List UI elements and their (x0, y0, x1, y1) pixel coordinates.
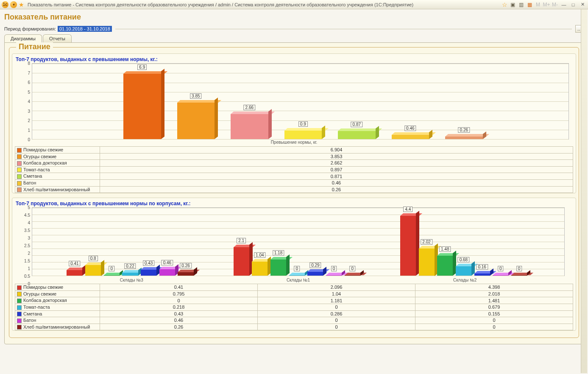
m-icon[interactable]: M (535, 1, 541, 8)
vertical-scrollbar[interactable] (581, 9, 587, 349)
bar: 0.29 (307, 272, 323, 276)
chart1-title: Топ-7 продуктов, выданных с превышением … (16, 56, 573, 62)
bar: 0.41 (67, 270, 82, 276)
bar: 0 (511, 275, 527, 276)
tab-diagrams[interactable]: Диаграммы (4, 34, 42, 42)
group-label: Склады №3 (120, 278, 143, 282)
bar: 0 (326, 275, 342, 276)
chart1-table: Помидоры свежие6.904Огурцы свежие3.853Ко… (15, 146, 573, 193)
favorites-icon[interactable]: ☆ (502, 1, 507, 8)
table-row: Колбаса докторская01.1811.481 (15, 297, 573, 304)
titlebar: 1c ▾ ★ Показатель питание - Система конт… (0, 0, 588, 9)
bar: 2.66 (231, 114, 268, 139)
chart1-plot-area: 6.93.852.660.90.870.460.26 (32, 63, 569, 140)
period-value[interactable]: 01.10.2018 - 31.10.2018 (58, 26, 112, 32)
bar: 0.8 (85, 265, 101, 276)
bar: 1.18 (270, 260, 286, 276)
bar: 0.46 (392, 135, 429, 139)
table-row: Томат-паста0.897 (15, 166, 573, 173)
bar: 0.16 (474, 274, 490, 276)
group-label: Склады №2 (453, 278, 477, 282)
window-title: Показатель питание - Система контроля де… (26, 2, 500, 7)
tabs: Диаграммы Отчеты (4, 34, 584, 42)
bar: 0.46 (159, 269, 175, 276)
period-row: Период формирования: 01.10.2018 - 31.10.… (4, 25, 584, 33)
table-row: Огурцы свежие0.7951.042.018 (15, 290, 573, 297)
bar: 0 (493, 275, 508, 276)
bar: 3.85 (177, 103, 215, 139)
table-row: Помидоры свежие0.412.0964.398 (15, 284, 573, 291)
table-row: Колбаса докторская2.662 (15, 160, 573, 167)
chart-top7-overall: Топ-7 продуктов, выданных с превышением … (12, 53, 576, 193)
maximize-button[interactable]: □ (569, 2, 577, 8)
bar: 4.4 (400, 216, 416, 276)
table-row: Помидоры свежие6.904 (15, 147, 573, 154)
table-row: Батон0.4600 (15, 317, 573, 324)
tool-calendar-icon[interactable]: ▦ (526, 1, 533, 8)
app-menu-dropdown-icon[interactable]: ▾ (10, 1, 17, 8)
chart-top7-by-building: Топ-7 продуктов, выданных с превышением … (12, 198, 576, 331)
tool-add-icon[interactable]: ▣ (509, 1, 516, 8)
table-row: Хлеб пш/витаминизированный0.2600 (15, 324, 573, 330)
chart2-plot-area: 0.410.800.220.430.460.26Склады №32.11.04… (32, 207, 565, 276)
bar: 1.48 (437, 256, 453, 276)
bar: 0.68 (456, 266, 471, 276)
chart2-title: Топ-7 продуктов, выданных с превышением … (16, 201, 573, 207)
table-row: Батон0.46 (15, 179, 573, 186)
bar: 0.9 (284, 131, 322, 139)
bar: 1.04 (252, 262, 268, 276)
group-label: Склады №1 (287, 278, 310, 282)
table-row: Сметана0.871 (15, 173, 573, 180)
page-title: Показатель питание (4, 13, 584, 22)
bar: 0.22 (122, 273, 138, 276)
period-label: Период формирования: (4, 26, 56, 31)
bar: 0.87 (338, 131, 376, 139)
minimize-button[interactable]: — (560, 2, 568, 8)
m-plus-icon[interactable]: M+ (543, 1, 550, 8)
tab-reports[interactable]: Отчеты (43, 34, 72, 42)
chart2-table: Помидоры свежие0.412.0964.398Огурцы свеж… (15, 284, 573, 330)
tab-content: Питание Топ-7 продуктов, выданных с прев… (4, 42, 584, 344)
bar: 0.26 (445, 137, 483, 139)
bar: 2.02 (419, 248, 435, 276)
bar: 6.9 (123, 74, 161, 139)
favorite-star-icon[interactable]: ★ (19, 1, 24, 8)
fieldset-nutrition: Питание Топ-7 продуктов, выданных с прев… (9, 47, 579, 338)
bar: 0 (104, 275, 120, 276)
fieldset-title: Питание (16, 42, 53, 51)
table-row: Томат-паста0.21800.679 (15, 304, 573, 310)
app-logo-icon[interactable]: 1c (2, 1, 8, 8)
bar: 0 (289, 275, 305, 276)
bar: 2.1 (234, 247, 249, 276)
chart1-xlabel: Превышение нормы, кг. (15, 140, 573, 146)
bar: 0 (345, 275, 360, 276)
table-row: Хлеб пш/витаминизированный0.26 (15, 186, 573, 193)
table-row: Огурцы свежие3.853 (15, 153, 573, 160)
m-minus-icon[interactable]: M- (552, 1, 558, 8)
page-body: Показатель питание Период формирования: … (0, 9, 588, 349)
close-button[interactable]: ✕ (579, 2, 586, 8)
table-row: Сметана0.430.2860.155 (15, 310, 573, 317)
bar: 0.43 (141, 270, 156, 276)
tool-calc-icon[interactable]: ▥ (518, 1, 524, 8)
bar: 0.26 (178, 272, 193, 276)
